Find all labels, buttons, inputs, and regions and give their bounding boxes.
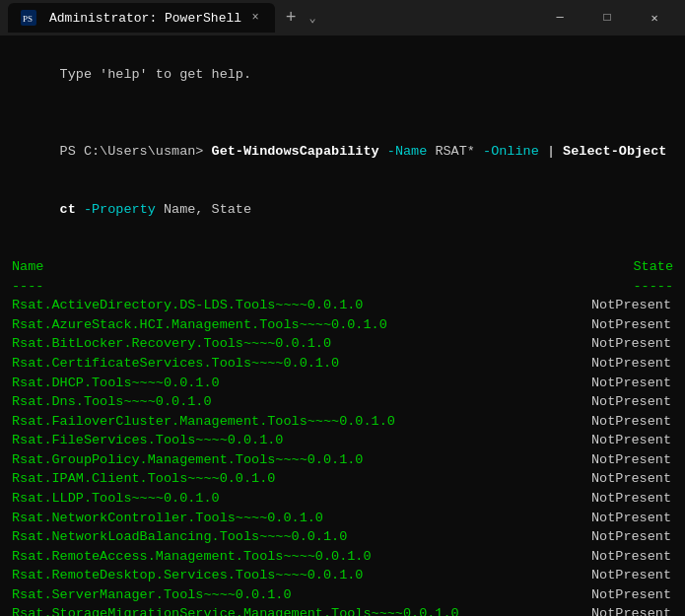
- row-state: NotPresent: [591, 585, 673, 605]
- table-row: Rsat.NetworkLoadBalancing.Tools~~~~0.0.1…: [12, 527, 673, 547]
- table-row: Rsat.NetworkController.Tools~~~~0.0.1.0N…: [12, 509, 673, 528]
- row-state: NotPresent: [591, 604, 673, 616]
- row-name: Rsat.BitLocker.Recovery.Tools~~~~0.0.1.0: [12, 334, 331, 354]
- row-name: Rsat.NetworkController.Tools~~~~0.0.1.0: [12, 509, 323, 528]
- row-name: Rsat.RemoteDesktop.Services.Tools~~~~0.0…: [12, 566, 363, 585]
- column-underlines: ---- -----: [12, 277, 673, 297]
- table-row: Rsat.CertificateServices.Tools~~~~0.0.1.…: [12, 354, 673, 374]
- row-state: NotPresent: [591, 527, 673, 547]
- cmd-param2: -Online: [483, 144, 539, 159]
- row-name: Rsat.DHCP.Tools~~~~0.0.1.0: [12, 374, 220, 393]
- blank-line-1: [12, 103, 673, 123]
- row-state: NotPresent: [591, 469, 673, 489]
- tab-label: Administrator: PowerShell: [49, 11, 241, 26]
- row-state: NotPresent: [591, 296, 673, 315]
- intro-line: Type 'help' to get help.: [12, 45, 673, 103]
- table-row: Rsat.Dns.Tools~~~~0.0.1.0NotPresent: [12, 392, 673, 412]
- row-state: NotPresent: [591, 547, 673, 567]
- row-state: NotPresent: [591, 315, 673, 335]
- row-state: NotPresent: [591, 509, 673, 528]
- table-row: Rsat.IPAM.Client.Tools~~~~0.0.1.0NotPres…: [12, 469, 673, 489]
- row-name: Rsat.ActiveDirectory.DS-LDS.Tools~~~~0.0…: [12, 296, 363, 315]
- col-name-under: ----: [12, 277, 43, 297]
- tab-dropdown-button[interactable]: ⌄: [303, 8, 322, 28]
- window-close-button[interactable]: ✕: [632, 2, 677, 34]
- minimize-button[interactable]: ─: [537, 2, 582, 34]
- cmd-param1: -Name: [387, 144, 428, 159]
- tab-close-button[interactable]: ×: [247, 10, 263, 26]
- row-name: Rsat.IPAM.Client.Tools~~~~0.0.1.0: [12, 469, 275, 489]
- row-name: Rsat.FailoverCluster.Management.Tools~~~…: [12, 412, 395, 432]
- tab-area: PS Administrator: PowerShell × + ⌄: [8, 3, 537, 33]
- row-state: NotPresent: [591, 374, 673, 393]
- powershell-icon: PS: [20, 9, 37, 27]
- maximize-button[interactable]: □: [584, 2, 630, 34]
- cmd-main2: Select-Object: [563, 144, 666, 159]
- row-state: NotPresent: [591, 392, 673, 412]
- data-rows: Rsat.ActiveDirectory.DS-LDS.Tools~~~~0.0…: [12, 296, 673, 616]
- col-name-header: Name: [12, 257, 43, 277]
- prompt-text: PS C:\Users\usman>: [60, 144, 212, 159]
- table-row: Rsat.FailoverCluster.Management.Tools~~~…: [12, 412, 673, 432]
- row-name: Rsat.AzureStack.HCI.Management.Tools~~~~…: [12, 315, 387, 335]
- cmd-main: Get-WindowsCapability: [212, 144, 379, 159]
- col-state-under: -----: [633, 277, 673, 297]
- row-name: Rsat.FileServices.Tools~~~~0.0.1.0: [12, 431, 283, 450]
- table-row: Rsat.LLDP.Tools~~~~0.0.1.0NotPresent: [12, 489, 673, 509]
- table-row: Rsat.StorageMigrationService.Management.…: [12, 604, 673, 616]
- column-headers: Name State: [12, 257, 673, 277]
- command-line-2: ct -Property Name, State: [12, 180, 673, 239]
- row-state: NotPresent: [591, 450, 673, 470]
- table-row: Rsat.GroupPolicy.Management.Tools~~~~0.0…: [12, 450, 673, 470]
- command-line: PS C:\Users\usman> Get-WindowsCapability…: [12, 122, 673, 180]
- row-name: Rsat.ServerManager.Tools~~~~0.0.1.0: [12, 585, 292, 605]
- row-name: Rsat.GroupPolicy.Management.Tools~~~~0.0…: [12, 450, 363, 470]
- table-row: Rsat.DHCP.Tools~~~~0.0.1.0NotPresent: [12, 374, 673, 393]
- titlebar: PS Administrator: PowerShell × + ⌄ ─ □ ✕: [0, 0, 685, 35]
- terminal-body[interactable]: Type 'help' to get help. PS C:\Users\usm…: [0, 35, 685, 616]
- svg-text:PS: PS: [23, 14, 33, 24]
- table-row: Rsat.ActiveDirectory.DS-LDS.Tools~~~~0.0…: [12, 296, 673, 315]
- col-state-header: State: [633, 257, 673, 277]
- pipe-symbol: |: [547, 144, 555, 159]
- row-name: Rsat.CertificateServices.Tools~~~~0.0.1.…: [12, 354, 339, 374]
- window: PS Administrator: PowerShell × + ⌄ ─ □ ✕…: [0, 0, 685, 616]
- row-state: NotPresent: [591, 489, 673, 509]
- row-state: NotPresent: [591, 412, 673, 432]
- window-controls: ─ □ ✕: [537, 2, 677, 34]
- row-state: NotPresent: [591, 566, 673, 585]
- table-row: Rsat.RemoteDesktop.Services.Tools~~~~0.0…: [12, 566, 673, 585]
- row-state: NotPresent: [591, 431, 673, 450]
- table-row: Rsat.RemoteAccess.Management.Tools~~~~0.…: [12, 547, 673, 567]
- cmd-val1: RSAT*: [435, 144, 475, 159]
- table-row: Rsat.FileServices.Tools~~~~0.0.1.0NotPre…: [12, 431, 673, 450]
- row-state: NotPresent: [591, 354, 673, 374]
- blank-line-2: [12, 239, 673, 258]
- row-name: Rsat.LLDP.Tools~~~~0.0.1.0: [12, 489, 220, 509]
- row-name: Rsat.NetworkLoadBalancing.Tools~~~~0.0.1…: [12, 527, 347, 547]
- row-name: Rsat.Dns.Tools~~~~0.0.1.0: [12, 392, 212, 412]
- row-name: Rsat.RemoteAccess.Management.Tools~~~~0.…: [12, 547, 372, 567]
- active-tab[interactable]: PS Administrator: PowerShell ×: [8, 3, 275, 33]
- new-tab-button[interactable]: +: [279, 6, 303, 30]
- table-row: Rsat.ServerManager.Tools~~~~0.0.1.0NotPr…: [12, 585, 673, 605]
- table-row: Rsat.AzureStack.HCI.Management.Tools~~~~…: [12, 315, 673, 335]
- row-state: NotPresent: [591, 334, 673, 354]
- table-row: Rsat.BitLocker.Recovery.Tools~~~~0.0.1.0…: [12, 334, 673, 354]
- row-name: Rsat.StorageMigrationService.Management.…: [12, 604, 459, 616]
